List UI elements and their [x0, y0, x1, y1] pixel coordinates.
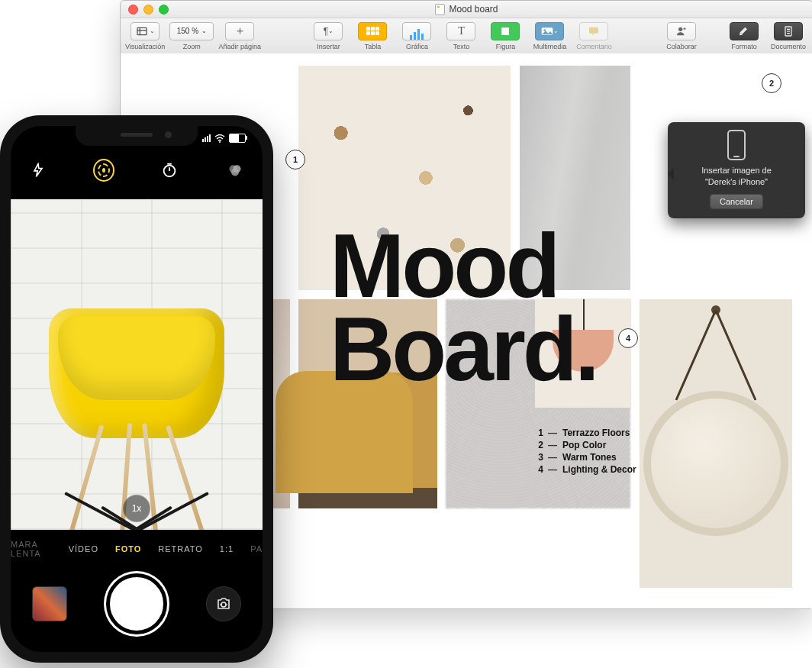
legend-dash: —	[548, 440, 558, 450]
mode-video[interactable]: VÍDEO	[69, 544, 98, 553]
zoom-value-text: 150 %	[177, 27, 198, 35]
mode-slow-mo[interactable]: MARA LENTA	[11, 540, 52, 558]
view-icon: ⌄	[130, 22, 160, 40]
toolbar-shape-label: Figura	[496, 43, 516, 50]
timer-button[interactable]	[159, 160, 180, 181]
toolbar-insert-label: Insertar	[317, 43, 340, 50]
format-icon	[730, 22, 759, 40]
document-icon	[435, 4, 445, 15]
iphone-notch	[76, 126, 198, 146]
toolbar-media-button[interactable]: ⌄ Multimedia	[530, 22, 569, 50]
toolbar-add-page-button[interactable]: ＋ Añadir página	[218, 22, 261, 50]
toolbar-chart-button[interactable]: Gráfica	[397, 22, 437, 50]
mode-photo[interactable]: FOTO	[115, 544, 141, 553]
legend-label: Warm Tones	[562, 452, 617, 463]
filters-button[interactable]	[224, 160, 246, 181]
toolbar-view-label: Visualización	[125, 43, 165, 50]
flash-button[interactable]	[27, 160, 49, 181]
popover-line-1: Insertar imagen de	[701, 166, 772, 175]
table-icon	[358, 22, 387, 40]
battery-icon	[229, 134, 246, 143]
legend-row: 1—Terrazzo Floors	[536, 428, 636, 438]
camera-zoom-button[interactable]: 1x	[123, 495, 150, 522]
toolbar-add-page-label: Añadir página	[218, 43, 261, 50]
toolbar-collaborate-label: Colaborar	[666, 43, 697, 50]
window-title-text: Mood board	[449, 4, 498, 15]
legend-label: Terrazzo Floors	[562, 428, 630, 438]
toolbar-table-button[interactable]: Tabla	[353, 22, 392, 50]
legend-dash: —	[548, 428, 558, 438]
mode-square[interactable]: 1:1	[220, 544, 234, 553]
legend-row: 4—Lighting & Decor	[536, 464, 636, 475]
svg-point-17	[231, 169, 239, 176]
toolbar-view-button[interactable]: ⌄ Visualización	[125, 22, 165, 50]
toolbar-collaborate-button[interactable]: + Colaborar	[662, 22, 701, 50]
legend-dash: —	[548, 452, 558, 463]
popover-cancel-button[interactable]: Cancelar	[710, 194, 763, 209]
toolbar-format-button[interactable]: Formato	[724, 22, 764, 50]
document-setup-icon	[774, 22, 803, 40]
mode-portrait[interactable]: RETRATO	[158, 544, 203, 553]
live-photo-icon	[93, 159, 114, 182]
toolbar-text-button[interactable]: T Texto	[441, 22, 481, 50]
legend-num: 1	[536, 428, 543, 438]
legend-label: Lighting & Decor	[562, 464, 636, 475]
camera-top-controls	[11, 153, 263, 187]
continuity-camera-popover: Insertar imagen de "Derek's iPhone" Canc…	[668, 122, 805, 218]
toolbar-shape-button[interactable]: Figura	[485, 22, 525, 50]
legend-num: 2	[536, 440, 543, 450]
image-mirror[interactable]	[640, 299, 792, 588]
legend[interactable]: 1—Terrazzo Floors 2—Pop Color 3—Warm Ton…	[536, 426, 636, 476]
svg-point-4	[543, 29, 546, 31]
wifi-icon	[214, 134, 225, 143]
media-icon: ⌄	[535, 22, 564, 40]
toolbar-media-label: Multimedia	[533, 43, 567, 50]
title-line-2: Board.	[330, 299, 597, 399]
svg-rect-0	[137, 27, 147, 34]
window-titlebar: Mood board	[121, 1, 812, 18]
zoom-value-display: 150 %⌄	[169, 22, 214, 40]
svg-rect-5	[589, 27, 598, 33]
chart-icon	[402, 22, 431, 40]
toolbar-zoom-label: Zoom	[183, 43, 201, 50]
toolbar-text-label: Texto	[453, 43, 470, 50]
comment-icon	[579, 22, 608, 40]
legend-label: Pop Color	[562, 440, 606, 450]
last-photo-thumbnail[interactable]	[32, 586, 67, 621]
collaborate-icon: +	[667, 22, 696, 40]
toolbar-zoom-button[interactable]: 150 %⌄ Zoom	[169, 22, 214, 50]
legend-num: 4	[536, 464, 543, 475]
toolbar-insert-button[interactable]: ¶⌄ Insertar	[308, 22, 348, 50]
legend-num: 3	[536, 452, 543, 463]
legend-row: 2—Pop Color	[536, 440, 636, 450]
toolbar-format-label: Formato	[731, 43, 757, 50]
toolbar: ⌄ Visualización 150 %⌄ Zoom ＋ Añadir pág…	[121, 18, 812, 54]
popover-line-2: "Derek's iPhone"	[705, 177, 768, 186]
window-title: Mood board	[121, 4, 812, 15]
legend-row: 3—Warm Tones	[536, 452, 636, 463]
iphone-device: 1x MARA LENTA VÍDEO FOTO RETRATO 1:1 PA	[0, 115, 273, 663]
camera-flip-button[interactable]	[206, 586, 241, 621]
camera-viewfinder[interactable]	[11, 199, 263, 530]
viewfinder-subject-chair	[34, 286, 240, 530]
iphone-outline-icon	[727, 130, 746, 160]
status-right	[202, 131, 246, 146]
toolbar-chart-label: Gráfica	[406, 43, 428, 50]
legend-dash: —	[548, 464, 558, 475]
camera-mode-strip[interactable]: MARA LENTA VÍDEO FOTO RETRATO 1:1 PA	[11, 536, 263, 562]
mode-pano[interactable]: PA	[250, 544, 263, 553]
document-title[interactable]: Mood Board.	[330, 224, 597, 390]
callout-badge-1: 1	[285, 150, 305, 169]
cellular-signal-icon	[202, 134, 211, 142]
shutter-button[interactable]	[106, 573, 167, 634]
svg-point-6	[678, 27, 682, 31]
svg-point-13	[219, 141, 221, 143]
camera-bottom-controls	[11, 570, 263, 638]
live-photo-button[interactable]	[93, 160, 114, 181]
toolbar-document-label: Documento	[771, 43, 806, 50]
toolbar-table-label: Tabla	[365, 43, 382, 50]
toolbar-comment-label: Comentario	[576, 43, 612, 50]
toolbar-comment-button[interactable]: Comentario	[574, 22, 614, 50]
insert-icon: ¶⌄	[314, 22, 343, 40]
toolbar-document-button[interactable]: Documento	[768, 22, 808, 50]
